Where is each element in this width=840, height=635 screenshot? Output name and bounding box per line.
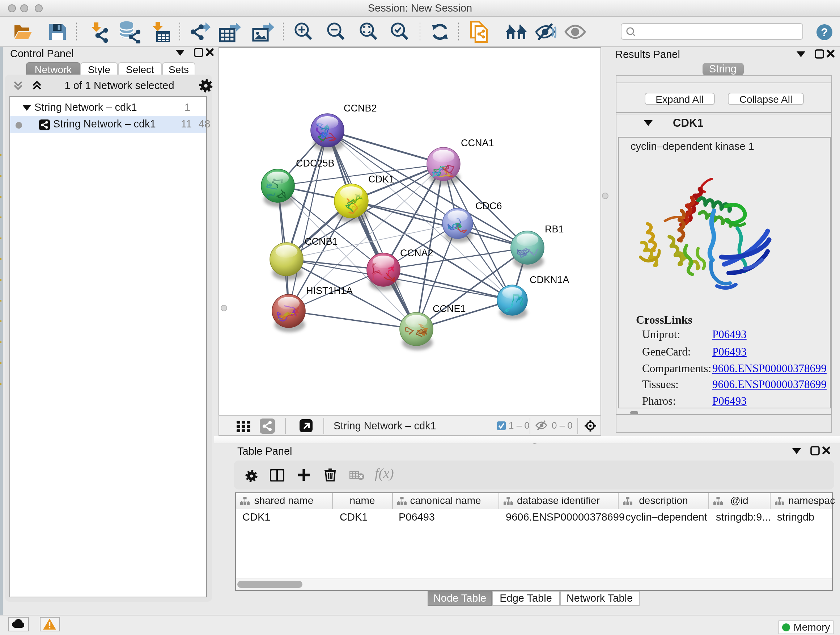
svg-text:?: ? [821,25,828,38]
